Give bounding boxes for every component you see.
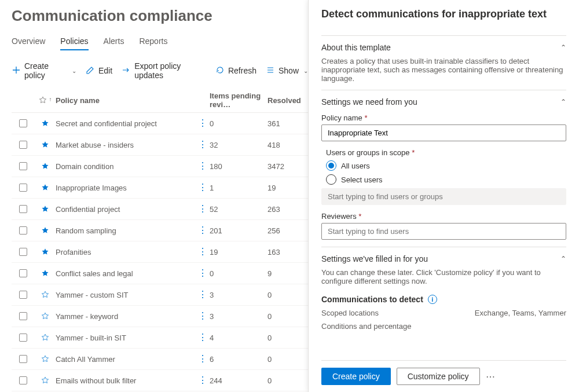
edit-button[interactable]: Edit: [86, 65, 112, 76]
radio-checked-icon: [326, 160, 336, 171]
row-checkbox[interactable]: [19, 248, 27, 256]
create-policy-submit[interactable]: Create policy: [321, 368, 391, 385]
table-row[interactable]: Random sampling⋮201256: [12, 220, 308, 241]
row-actions-icon[interactable]: ⋮: [198, 312, 208, 321]
table-row[interactable]: Catch All Yammer⋮60: [12, 349, 308, 370]
row-actions-icon[interactable]: ⋮: [198, 119, 208, 128]
row-actions-icon[interactable]: ⋮: [198, 226, 208, 235]
table-row[interactable]: Inappropriate Images⋮119: [12, 177, 308, 199]
refresh-button[interactable]: Refresh: [215, 65, 256, 76]
star-icon[interactable]: [35, 184, 56, 192]
row-checkbox[interactable]: [19, 205, 27, 213]
section-settings-need-header[interactable]: Settings we need from you ⌃: [321, 97, 566, 107]
row-checkbox[interactable]: [19, 312, 27, 320]
policy-name-cell[interactable]: Profanities: [56, 248, 196, 257]
column-policy-name[interactable]: Policy name: [56, 96, 196, 105]
tab-alerts[interactable]: Alerts: [104, 33, 124, 50]
pending-cell: 0: [210, 269, 267, 278]
tab-reports[interactable]: Reports: [139, 33, 167, 50]
row-actions-icon[interactable]: ⋮: [198, 140, 208, 149]
tab-policies[interactable]: Policies: [60, 33, 88, 50]
row-checkbox[interactable]: [19, 226, 27, 235]
row-actions-icon[interactable]: ⋮: [198, 247, 208, 257]
policy-name-cell[interactable]: Catch All Yammer: [56, 355, 196, 364]
policy-name-cell[interactable]: Random sampling: [56, 226, 196, 235]
export-icon: [122, 65, 131, 76]
table-row[interactable]: Domain condition⋮1803472: [12, 156, 308, 177]
pending-cell: 4: [210, 334, 267, 342]
section-about-header[interactable]: About this template ⌃: [321, 43, 566, 52]
info-icon[interactable]: i: [428, 295, 437, 304]
row-checkbox[interactable]: [19, 334, 27, 342]
row-checkbox[interactable]: [19, 291, 27, 299]
policy-name-cell[interactable]: Conflict sales and legal: [56, 269, 196, 278]
resolved-cell: 163: [267, 248, 308, 257]
star-icon[interactable]: [35, 205, 56, 213]
section-settings-filled-header[interactable]: Settings we've filled in for you ⌃: [321, 254, 566, 263]
table-row[interactable]: Emails without bulk filter⋮2440: [12, 370, 308, 391]
row-actions-icon[interactable]: ⋮: [198, 204, 208, 214]
star-icon[interactable]: [35, 119, 56, 127]
policy-name-cell[interactable]: Market abuse - insiders: [56, 141, 196, 149]
customize-policy-button[interactable]: Customize policy: [397, 368, 480, 385]
resolved-cell: 361: [267, 119, 308, 128]
table-row[interactable]: Yammer - keyword⋮30: [12, 306, 308, 327]
star-icon[interactable]: [35, 269, 56, 277]
star-icon[interactable]: [35, 291, 56, 299]
resolved-cell: 256: [267, 226, 308, 235]
row-actions-icon[interactable]: ⋮: [198, 333, 208, 342]
star-icon[interactable]: [35, 226, 56, 235]
table-row[interactable]: Confidential project⋮52263: [12, 199, 308, 220]
row-checkbox[interactable]: [19, 184, 27, 192]
row-actions-icon[interactable]: ⋮: [198, 183, 208, 192]
row-checkbox[interactable]: [19, 355, 27, 363]
more-actions-icon[interactable]: ⋯: [486, 371, 496, 382]
resolved-cell: 0: [267, 376, 308, 385]
row-actions-icon[interactable]: ⋮: [198, 269, 208, 278]
reviewers-input[interactable]: [321, 223, 566, 240]
table-row[interactable]: Yammer - built-in SIT⋮40: [12, 327, 308, 349]
policy-name-cell[interactable]: Emails without bulk filter: [56, 376, 196, 385]
policy-name-cell[interactable]: Yammer - keyword: [56, 312, 196, 321]
table-row[interactable]: Market abuse - insiders⋮32418: [12, 134, 308, 156]
row-checkbox[interactable]: [19, 269, 27, 277]
row-actions-icon[interactable]: ⋮: [198, 290, 208, 299]
row-checkbox[interactable]: [19, 119, 27, 127]
column-resolved[interactable]: Resolved: [267, 96, 308, 105]
star-icon[interactable]: [35, 248, 56, 256]
row-checkbox[interactable]: [19, 376, 27, 384]
row-actions-icon[interactable]: ⋮: [198, 354, 208, 364]
star-icon[interactable]: [35, 355, 56, 363]
policy-name-cell[interactable]: Inappropriate Images: [56, 184, 196, 192]
radio-all-users[interactable]: All users: [326, 160, 566, 171]
table-row[interactable]: Secret and confidential project⋮0361: [12, 113, 308, 134]
row-actions-icon[interactable]: ⋮: [198, 162, 208, 171]
policy-name-cell[interactable]: Confidential project: [56, 205, 196, 214]
row-checkbox[interactable]: [19, 141, 27, 149]
column-pending[interactable]: Items pending revi…: [210, 91, 267, 109]
row-actions-icon[interactable]: ⋮: [198, 376, 208, 385]
table-row[interactable]: Yammer - custom SIT⋮30: [12, 284, 308, 306]
row-checkbox[interactable]: [19, 162, 27, 170]
refresh-label: Refresh: [228, 66, 256, 75]
export-button[interactable]: Export policy updates: [122, 61, 206, 80]
table-row[interactable]: Profanities⋮19163: [12, 241, 308, 263]
policy-name-cell[interactable]: Yammer - custom SIT: [56, 291, 196, 299]
policy-name-cell[interactable]: Domain condition: [56, 162, 196, 171]
star-icon[interactable]: [35, 141, 56, 149]
table-row[interactable]: Conflict sales and legal⋮09: [12, 263, 308, 284]
star-icon[interactable]: [35, 312, 56, 320]
page-title: Communication compliance: [12, 7, 308, 25]
show-button[interactable]: Show ⌄: [266, 65, 308, 76]
radio-select-users[interactable]: Select users: [326, 174, 566, 185]
tab-overview[interactable]: Overview: [12, 33, 45, 50]
star-icon[interactable]: [35, 334, 56, 342]
star-column[interactable]: ↑: [35, 96, 56, 104]
star-icon[interactable]: [35, 162, 56, 170]
policy-name-input[interactable]: [321, 124, 566, 141]
policy-name-cell[interactable]: Secret and confidential project: [56, 119, 196, 128]
star-icon[interactable]: [35, 376, 56, 384]
pending-cell: 19: [210, 248, 267, 257]
create-policy-button[interactable]: Create policy ⌄: [12, 61, 76, 80]
policy-name-cell[interactable]: Yammer - built-in SIT: [56, 334, 196, 342]
